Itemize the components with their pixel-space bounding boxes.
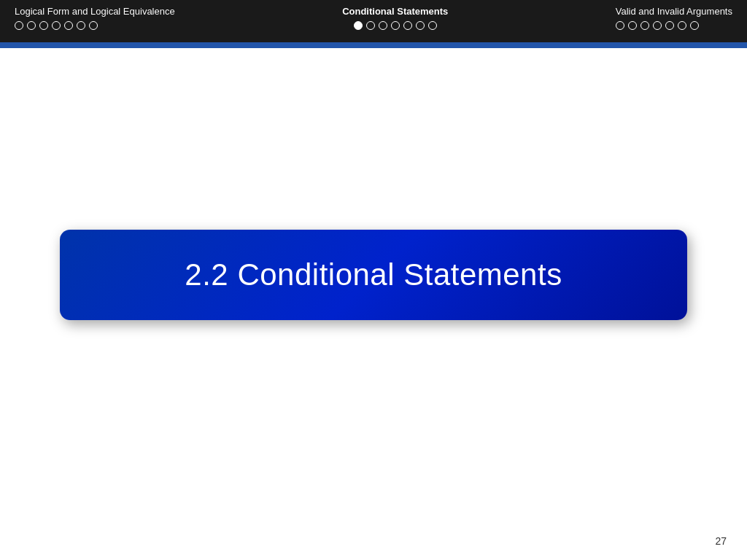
slide-title: 2.2 Conditional Statements xyxy=(104,257,643,292)
dot-center-2 xyxy=(366,21,375,30)
dot-left-4 xyxy=(52,21,61,30)
nav-title-left: Logical Form and Logical Equivalence xyxy=(15,6,175,17)
dot-left-1 xyxy=(15,21,23,30)
dot-right-1 xyxy=(616,21,624,30)
dot-center-5 xyxy=(403,21,412,30)
nav-section-center: Conditional Statements xyxy=(342,6,448,30)
dot-right-7 xyxy=(690,21,699,30)
nav-dots-center xyxy=(354,21,437,30)
nav-dots-left xyxy=(15,21,98,30)
top-navigation: Logical Form and Logical Equivalence Con… xyxy=(0,0,747,42)
dot-left-3 xyxy=(39,21,48,30)
nav-section-right: Valid and Invalid Arguments xyxy=(616,6,732,30)
dot-right-3 xyxy=(640,21,649,30)
nav-title-center: Conditional Statements xyxy=(342,6,448,17)
dot-right-4 xyxy=(653,21,662,30)
dot-left-7 xyxy=(89,21,98,30)
dot-left-2 xyxy=(27,21,36,30)
dot-right-6 xyxy=(678,21,686,30)
nav-section-left: Logical Form and Logical Equivalence xyxy=(15,6,175,30)
main-content: 2.2 Conditional Statements 27 xyxy=(0,48,747,560)
dot-center-4 xyxy=(391,21,400,30)
nav-title-right: Valid and Invalid Arguments xyxy=(616,6,732,17)
dot-left-5 xyxy=(64,21,73,30)
dot-center-1 xyxy=(354,21,363,30)
dot-center-7 xyxy=(428,21,437,30)
accent-bar xyxy=(0,42,747,48)
title-box: 2.2 Conditional Statements xyxy=(60,230,687,320)
dot-right-2 xyxy=(628,21,637,30)
dot-left-6 xyxy=(77,21,85,30)
page-number: 27 xyxy=(715,535,727,547)
nav-dots-right xyxy=(616,21,699,30)
dot-right-5 xyxy=(665,21,674,30)
dot-center-3 xyxy=(379,21,387,30)
dot-center-6 xyxy=(416,21,425,30)
